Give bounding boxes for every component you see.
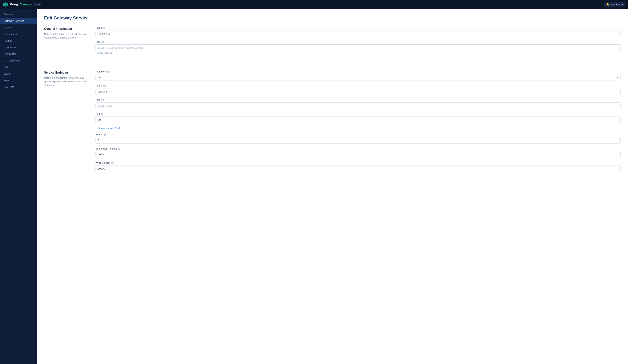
path-input[interactable] (95, 102, 621, 109)
host-input[interactable] (95, 88, 621, 95)
sidebar-item-snis[interactable]: SNIs (0, 64, 37, 70)
sidebar-item-gateway-services[interactable]: Gateway Services (0, 18, 37, 24)
brand-kong: Kong (10, 2, 18, 6)
connection-timeout-input[interactable] (95, 151, 621, 158)
connection-timeout-label: Connection Timeout i (95, 147, 621, 150)
protocol-select[interactable]: http https grpc grpcs tcp tls udp (95, 74, 621, 81)
github-star-label: Star (610, 3, 615, 6)
tags-label: Tags i (95, 41, 621, 43)
write-timeout-field-group: Write Timeout i (95, 161, 621, 172)
advanced-fields-toggle[interactable]: ▾ View Advanced Fields (95, 127, 121, 129)
sidebar-item-key-sets[interactable]: Key Sets (0, 84, 37, 90)
sidebar-item-plugins[interactable]: Plugins (0, 37, 37, 44)
general-info-description: General Information General information … (44, 26, 95, 63)
sidebar-item-consumers[interactable]: Consumers (0, 31, 37, 37)
port-info-icon: i (101, 113, 103, 116)
write-timeout-label: Write Timeout i (95, 161, 621, 164)
port-label: Port i (95, 113, 621, 116)
protocol-label: Protocol * i (95, 70, 621, 73)
retries-label: Retries i (95, 133, 621, 136)
sidebar: Overview Gateway Services Routes Consume… (0, 9, 37, 364)
write-timeout-info-icon: i (111, 162, 114, 164)
svg-text:K: K (4, 3, 6, 6)
tags-info-icon: i (101, 41, 104, 43)
retries-field-group: Retries i (95, 133, 621, 144)
endpoint-fields: Protocol * i http https grpc grpcs tcp t… (95, 70, 621, 182)
chevron-down-icon: ▾ (95, 127, 97, 129)
general-info-title: General Information (44, 27, 90, 30)
tags-field-group: Tags i e.g. tag1, tag2, tag3 (95, 41, 621, 54)
endpoint-description: Service Endpoint Define the endpoint for… (44, 70, 95, 182)
github-star-count: 35,488 (616, 3, 623, 6)
path-label: Path i (95, 99, 621, 101)
protocol-info-icon: i (107, 70, 110, 73)
topnav: K Kong Manager OSS ⭐ Star 35,488 (0, 0, 628, 9)
section-divider (44, 65, 621, 65)
sidebar-item-certificates[interactable]: Certificates (0, 51, 37, 57)
path-field-group: Path i (95, 99, 621, 109)
general-info-section: General Information General information … (44, 26, 621, 63)
name-field-group: Name i (95, 26, 621, 37)
name-info-icon: i (103, 27, 105, 29)
endpoint-desc: Define the endpoint for this service by … (44, 76, 90, 87)
port-field-group: Port i (95, 113, 621, 123)
page-title: Edit Gateway Service (44, 15, 621, 21)
github-star-button[interactable]: ⭐ Star 35,488 (604, 2, 625, 7)
brand-manager: Manager (20, 2, 32, 6)
port-input[interactable] (95, 117, 621, 123)
oss-badge: OSS (34, 3, 41, 6)
connection-timeout-info-icon: i (118, 147, 120, 150)
write-timeout-input[interactable] (95, 165, 621, 172)
general-info-desc: General information will help identify a… (44, 32, 90, 39)
github-icon: ⭐ (606, 3, 609, 6)
sidebar-item-upstreams[interactable]: Upstreams (0, 44, 37, 51)
sidebar-item-routes[interactable]: Routes (0, 24, 37, 31)
page-content: Edit Gateway Service General Information… (37, 9, 628, 364)
sidebar-item-overview[interactable]: Overview (0, 11, 37, 18)
name-label: Name i (95, 26, 621, 29)
sidebar-item-vaults[interactable]: Vaults (0, 70, 37, 77)
retries-input[interactable] (95, 137, 621, 144)
endpoint-section: Service Endpoint Define the endpoint for… (44, 70, 621, 182)
name-input[interactable] (95, 30, 621, 37)
protocol-field-group: Protocol * i http https grpc grpcs tcp t… (95, 70, 621, 81)
tags-hint: e.g. tag1, tag2, tag3 (95, 52, 621, 54)
host-label: Host * i (95, 84, 621, 87)
kong-logo-icon: K (3, 2, 8, 7)
general-info-fields: Name i Tags i e.g. tag1, tag2, tag3 (95, 26, 621, 63)
path-info-icon: i (101, 99, 104, 101)
host-field-group: Host * i (95, 84, 621, 95)
protocol-required: * (105, 70, 106, 73)
retries-info-icon: i (104, 133, 106, 136)
connection-timeout-field-group: Connection Timeout i (95, 147, 621, 158)
host-info-icon: i (103, 85, 106, 87)
sidebar-item-keys[interactable]: Keys (0, 77, 37, 84)
layout: Overview Gateway Services Routes Consume… (0, 9, 628, 364)
endpoint-title: Service Endpoint (44, 71, 90, 74)
topnav-left: K Kong Manager OSS (3, 2, 41, 7)
tags-input[interactable] (95, 44, 621, 51)
main-content: Edit Gateway Service General Information… (37, 9, 628, 364)
host-required: * (101, 84, 102, 87)
advanced-toggle-label: View Advanced Fields (98, 127, 121, 129)
sidebar-item-ca-certificates[interactable]: CA Certificates (0, 57, 37, 64)
